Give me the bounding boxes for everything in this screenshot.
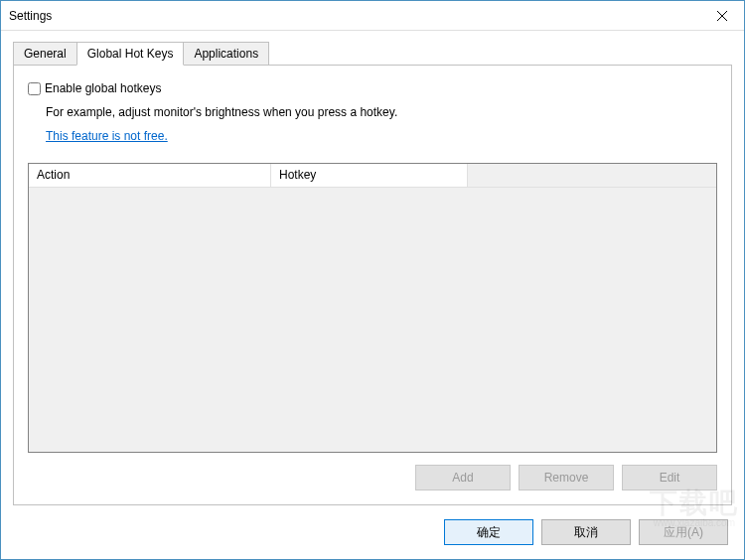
not-free-link[interactable]: This feature is not free. bbox=[46, 129, 717, 143]
close-icon bbox=[717, 11, 727, 21]
hotkeys-table[interactable]: Action Hotkey bbox=[28, 163, 717, 453]
column-action[interactable]: Action bbox=[29, 164, 271, 188]
apply-button[interactable]: 应用(A) bbox=[639, 519, 728, 545]
tab-general[interactable]: General bbox=[13, 42, 77, 65]
tabs-bar: General Global Hot Keys Applications bbox=[13, 41, 732, 65]
content-area: General Global Hot Keys Applications Ena… bbox=[1, 31, 744, 505]
window-title: Settings bbox=[9, 9, 699, 23]
tab-applications[interactable]: Applications bbox=[183, 42, 269, 65]
table-header: Action Hotkey bbox=[29, 164, 716, 188]
enable-hotkeys-row: Enable global hotkeys bbox=[28, 81, 717, 95]
hotkeys-description: For example, adjust monitor's brightness… bbox=[46, 105, 717, 119]
remove-button[interactable]: Remove bbox=[519, 465, 614, 490]
close-button[interactable] bbox=[699, 1, 744, 30]
edit-button[interactable]: Edit bbox=[622, 465, 717, 490]
tab-global-hot-keys[interactable]: Global Hot Keys bbox=[76, 42, 185, 66]
add-button[interactable]: Add bbox=[415, 465, 511, 490]
tab-panel: Enable global hotkeys For example, adjus… bbox=[13, 65, 732, 505]
settings-window: Settings General Global Hot Keys Applica… bbox=[0, 0, 745, 560]
enable-hotkeys-checkbox[interactable] bbox=[28, 82, 41, 95]
dialog-footer: 确定 取消 应用(A) bbox=[1, 505, 744, 559]
column-spacer bbox=[468, 164, 716, 188]
enable-hotkeys-label[interactable]: Enable global hotkeys bbox=[45, 81, 161, 95]
titlebar: Settings bbox=[1, 1, 744, 31]
table-buttons: Add Remove Edit bbox=[28, 465, 717, 490]
column-hotkey[interactable]: Hotkey bbox=[271, 164, 468, 188]
cancel-button[interactable]: 取消 bbox=[541, 519, 631, 545]
ok-button[interactable]: 确定 bbox=[444, 519, 533, 545]
